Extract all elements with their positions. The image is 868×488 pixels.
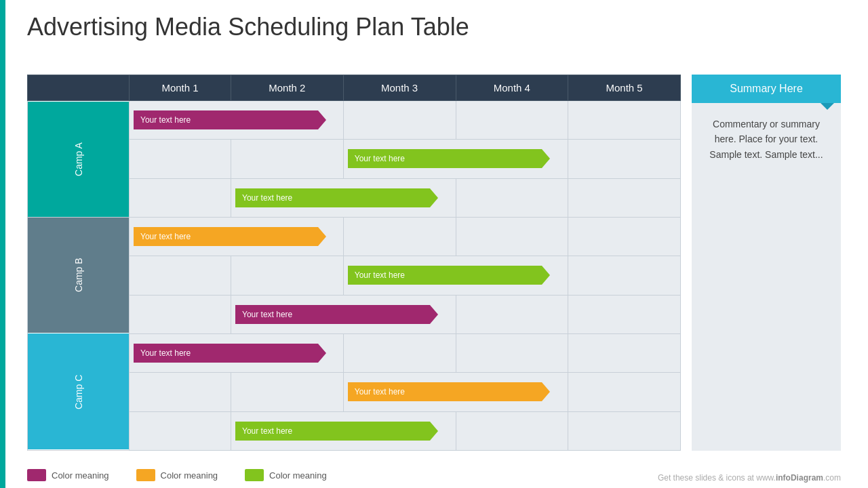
legend-label-orange: Color meaning: [161, 470, 218, 481]
month-header-4: Month 4: [456, 75, 568, 101]
legend-item-orange: Color meaning: [136, 469, 218, 481]
summary-body: Commentary or summary here. Place for yo…: [692, 103, 841, 451]
camp-b-r1-m3: [343, 217, 456, 256]
legend-swatch-orange: [136, 469, 155, 481]
camp-b-bar-1: Your text here: [134, 227, 318, 246]
camp-c-r1-m4: [456, 333, 568, 372]
page-title: Advertising Media Scheduling Plan Table: [27, 12, 841, 41]
camp-c-label: Camp C: [28, 333, 130, 450]
camp-a-bar-3-wrap: Your text here: [235, 188, 452, 208]
camp-b-label: Camp B: [28, 217, 130, 333]
camp-c-r1-m5: [568, 333, 681, 372]
summary-section: Summary Here Commentary or summary here.…: [692, 75, 841, 451]
legend-area: Color meaning Color meaning Color meanin…: [27, 469, 327, 481]
camp-c-r2-m1: [130, 373, 231, 411]
camp-a-bar-2-cell: Your text here: [343, 140, 568, 178]
camp-a-row-1: Camp A Your text here: [28, 101, 681, 140]
camp-b-bar-2-cell: Your text here: [343, 256, 568, 295]
camp-b-bar-1-wrap: Your text here: [134, 226, 339, 247]
camp-a-r2-m2: [231, 140, 344, 178]
legend-item-green: Color meaning: [245, 469, 327, 481]
camp-b-r3-m1: [130, 295, 231, 333]
camp-b-bar-3: Your text here: [235, 305, 430, 324]
camp-b-r2-m1: [130, 256, 231, 295]
camp-b-r2-m5: [568, 256, 681, 295]
camp-c-bar-2: Your text here: [348, 382, 542, 401]
camp-b-bar-3-wrap: Your text here: [235, 304, 452, 325]
camp-c-bar-1: Your text here: [134, 344, 318, 363]
camp-a-label: Camp A: [28, 101, 130, 218]
legend-label-green: Color meaning: [269, 470, 327, 481]
camp-a-r3-m4: [456, 178, 568, 217]
camp-c-bar-1-wrap: Your text here: [134, 343, 339, 363]
title-area: Advertising Media Scheduling Plan Table: [27, 12, 841, 41]
camp-c-row-1: Camp C Your text here: [28, 333, 681, 372]
camp-c-bar-2-wrap: Your text here: [348, 382, 564, 402]
camp-c-r3-m1: [130, 411, 231, 450]
camp-a-bar-2: Your text here: [348, 149, 542, 168]
legend-swatch-purple: [27, 469, 46, 481]
camp-b-r1-m5: [568, 217, 681, 256]
month-header-2: Month 2: [231, 75, 344, 101]
camp-b-row-1: Camp B Your text here: [28, 217, 681, 256]
camp-a-r2-m1: [130, 140, 231, 178]
camp-c-r3-m5: [568, 411, 681, 450]
camp-c-r2-m5: [568, 373, 681, 411]
camp-b-r2-m2: [231, 256, 344, 295]
camp-a-bar-3: Your text here: [235, 188, 430, 207]
camp-a-r1-m3: [343, 101, 456, 140]
gantt-table-section: Month 1 Month 2 Month 3 Month 4 Month 5 …: [27, 75, 681, 451]
camp-a-r2-m5: [568, 140, 681, 178]
footer-text: Get these slides & icons at www.infoDiag…: [658, 473, 841, 483]
camp-a-bar-1: Your text here: [134, 110, 318, 129]
summary-header: Summary Here: [692, 75, 841, 103]
left-accent-bar: [0, 0, 5, 488]
camp-b-bar-2-wrap: Your text here: [348, 265, 564, 285]
gantt-table: Month 1 Month 2 Month 3 Month 4 Month 5 …: [27, 75, 681, 451]
camp-a-r1-m4: [456, 101, 568, 140]
month-header-5: Month 5: [568, 75, 681, 101]
camp-a-r3-m5: [568, 178, 681, 217]
camp-c-r3-m4: [456, 411, 568, 450]
legend-label-purple: Color meaning: [52, 470, 109, 481]
camp-a-r3-m1: [130, 178, 231, 217]
camp-a-bar-1-cell: Your text here: [130, 101, 344, 140]
camp-c-r1-m3: [343, 333, 456, 372]
month-header-3: Month 3: [343, 75, 456, 101]
camp-c-bar-3-wrap: Your text here: [235, 421, 452, 441]
camp-c-bar-3-cell: Your text here: [231, 411, 456, 450]
month-header-1: Month 1: [130, 75, 231, 101]
camp-b-bar-1-cell: Your text here: [130, 217, 344, 256]
camp-c-r2-m2: [231, 373, 344, 411]
camp-b-bar-2: Your text here: [348, 266, 542, 285]
legend-swatch-green: [245, 469, 264, 481]
camp-b-r3-m5: [568, 295, 681, 333]
camp-b-r3-m4: [456, 295, 568, 333]
camp-a-bar-1-wrap: Your text here: [134, 110, 339, 130]
camp-a-bar-3-cell: Your text here: [231, 178, 456, 217]
camp-a-bar-2-wrap: Your text here: [348, 148, 564, 169]
camp-c-bar-3: Your text here: [235, 422, 430, 441]
legend-item-purple: Color meaning: [27, 469, 109, 481]
camp-a-r1-m5: [568, 101, 681, 140]
camp-b-bar-3-cell: Your text here: [231, 295, 456, 333]
camp-c-bar-1-cell: Your text here: [130, 333, 344, 372]
camp-c-bar-2-cell: Your text here: [343, 373, 568, 411]
camp-b-r1-m4: [456, 217, 568, 256]
content-area: Month 1 Month 2 Month 3 Month 4 Month 5 …: [27, 75, 841, 451]
